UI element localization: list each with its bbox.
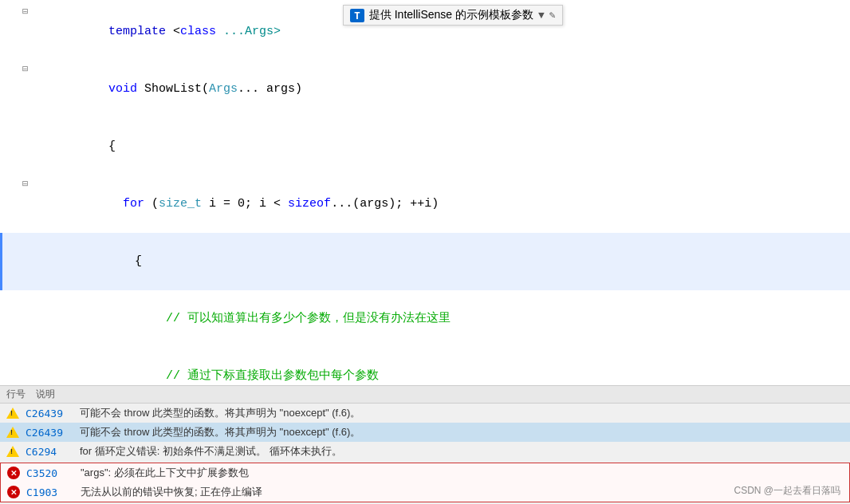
gutter-5 — [2, 233, 25, 235]
collapse-5 — [25, 233, 36, 235]
gutter-6 — [0, 290, 22, 293]
gutter-2 — [0, 61, 22, 63]
code-text-7[interactable]: // 通过下标直接取出参数包中每个参数 — [33, 348, 850, 385]
err-msg-1: 可能不会 throw 此类型的函数。将其声明为 "noexcept" (f.6)… — [80, 406, 360, 420]
code-text-6[interactable]: // 可以知道算出有多少个参数，但是没有办法在这里 — [33, 290, 850, 348]
intellisense-t-icon: T — [350, 9, 364, 22]
watermark: CSDN @一起去看日落吗 — [734, 484, 840, 498]
collapse-4[interactable]: ⊟ — [22, 175, 33, 190]
kw-template: template — [108, 25, 166, 38]
warn-icon-1 — [6, 408, 19, 419]
warn-icon-2 — [6, 427, 19, 438]
panel-header-text: 行号 说明 — [6, 388, 55, 401]
comment-1: // 可以知道算出有多少个参数，但是没有办法在这里 — [108, 312, 451, 325]
kw-sizeof: sizeof — [288, 197, 331, 211]
gutter-7 — [0, 348, 22, 350]
error-row-2[interactable]: C26439 可能不会 throw 此类型的函数。将其声明为 "noexcept… — [0, 423, 850, 442]
err-msg-3: for 循环定义错误: 初始条件不满足测试。 循环体未执行。 — [80, 444, 342, 459]
code-line-6: // 可以知道算出有多少个参数，但是没有办法在这里 — [0, 290, 850, 348]
err-icon-5 — [7, 486, 20, 498]
error-list: C26439 可能不会 throw 此类型的函数。将其声明为 "noexcept… — [0, 404, 850, 504]
for-paren: ( — [144, 197, 159, 211]
code-content-area: T 提供 IntelliSense 的示例模板参数 ▼ ✎ ⊟ template… — [0, 0, 850, 385]
gutter-4 — [0, 175, 22, 178]
error-row-3[interactable]: C6294 for 循环定义错误: 初始条件不满足测试。 循环体未执行。 — [0, 442, 850, 461]
gutter-3 — [0, 118, 22, 120]
type-args: Args — [209, 82, 238, 96]
intellisense-message: 提供 IntelliSense 的示例模板参数 — [369, 8, 533, 22]
code-text-3[interactable]: { — [33, 118, 850, 175]
code-line-3: { — [0, 118, 850, 175]
open-brace-1: { — [108, 140, 116, 153]
open-brace-2: { — [135, 254, 142, 268]
type-size: size_t — [159, 197, 202, 211]
intellisense-dropdown-button[interactable]: ▼ — [538, 10, 545, 22]
err-code-4: C3520 — [26, 467, 74, 479]
fn-showlist: ShowList( — [137, 82, 209, 96]
collapse-1[interactable]: ⊟ — [22, 3, 33, 18]
code-line-4: ⊟ for (size_t i = 0; i < sizeof...(args)… — [0, 175, 850, 233]
error-row-4[interactable]: C3520 "args": 必须在此上下文中扩展参数包 — [1, 463, 849, 482]
comment-2: // 通过下标直接取出参数包中每个参数 — [108, 369, 379, 383]
error-panel: 行号 说明 C26439 可能不会 throw 此类型的函数。将其声明为 "no… — [0, 385, 850, 504]
collapse-2[interactable]: ⊟ — [22, 61, 33, 75]
kw-for: for — [123, 197, 144, 211]
err-code-5: C1903 — [26, 486, 74, 498]
code-text-5[interactable]: { — [36, 233, 850, 290]
code-text-2[interactable]: void ShowList(Args... args) — [33, 61, 850, 118]
for-body: i = 0; i < — [202, 197, 288, 211]
collapse-3 — [22, 118, 33, 120]
code-line-5: { — [0, 233, 850, 290]
sizeof-body: ...(args); ++i) — [331, 197, 439, 211]
intellisense-edit-button[interactable]: ✎ — [549, 9, 556, 22]
template-args: ...Args> — [216, 25, 281, 38]
collapse-7 — [22, 348, 33, 350]
intellisense-tooltip[interactable]: T 提供 IntelliSense 的示例模板参数 ▼ ✎ — [343, 5, 563, 26]
code-line-2: ⊟ void ShowList(Args... args) — [0, 61, 850, 118]
gutter-1 — [0, 3, 22, 6]
punc-lt: < — [166, 25, 180, 38]
code-text-4[interactable]: for (size_t i = 0; i < sizeof...(args); … — [33, 175, 850, 233]
collapse-6 — [22, 290, 33, 293]
kw-void: void — [108, 82, 137, 96]
warn-icon-3 — [6, 446, 19, 457]
fn-params: ... args) — [238, 82, 302, 96]
main-container: T 提供 IntelliSense 的示例模板参数 ▼ ✎ ⊟ template… — [0, 0, 850, 504]
err-msg-5: 无法从以前的错误中恢复; 正在停止编译 — [81, 485, 262, 499]
code-editor: T 提供 IntelliSense 的示例模板参数 ▼ ✎ ⊟ template… — [0, 0, 850, 385]
error-row-5[interactable]: C1903 无法从以前的错误中恢复; 正在停止编译 — [1, 482, 849, 502]
err-msg-4: "args": 必须在此上下文中扩展参数包 — [81, 466, 249, 480]
err-code-2: C26439 — [26, 427, 73, 439]
code-line-7: // 通过下标直接取出参数包中每个参数 — [0, 348, 850, 385]
err-msg-2: 可能不会 throw 此类型的函数。将其声明为 "noexcept" (f.6)… — [80, 425, 360, 439]
vert-bar — [108, 197, 123, 211]
err-code-1: C26439 — [26, 408, 73, 419]
panel-header: 行号 说明 — [0, 386, 850, 404]
err-icon-4 — [7, 467, 20, 479]
err-code-3: C6294 — [26, 446, 73, 458]
error-row-1[interactable]: C26439 可能不会 throw 此类型的函数。将其声明为 "noexcept… — [0, 404, 850, 423]
kw-class: class — [180, 25, 216, 38]
